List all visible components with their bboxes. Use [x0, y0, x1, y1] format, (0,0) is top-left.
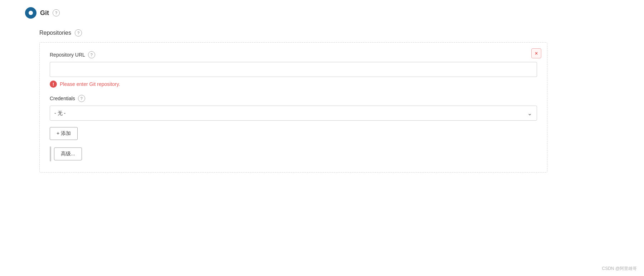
credentials-help-icon[interactable]: ? [78, 95, 85, 102]
credentials-select-wrapper: - 无 - ⌄ [50, 106, 537, 121]
advanced-bar-decoration [50, 146, 51, 161]
repo-url-label: Repository URL [50, 52, 85, 58]
error-message: Please enter Git repository. [60, 81, 120, 87]
close-button[interactable]: × [531, 48, 541, 58]
repositories-title: Repositories [39, 30, 71, 36]
advanced-button[interactable]: 高级... [54, 147, 82, 160]
repositories-section: Repositories ? × Repository URL ? ! Plea… [39, 29, 644, 173]
add-button-row: + 添加 [50, 127, 537, 140]
credentials-section: Credentials ? - 无 - ⌄ [50, 95, 537, 121]
repo-url-help-icon[interactable]: ? [88, 51, 95, 58]
credentials-select[interactable]: - 无 - [50, 106, 537, 121]
error-icon: ! [50, 81, 57, 88]
repo-url-input[interactable] [50, 62, 537, 77]
add-button-label: + 添加 [57, 130, 71, 137]
repo-url-header: Repository URL ? [50, 51, 537, 58]
credentials-header: Credentials ? [50, 95, 537, 102]
advanced-row: 高级... [50, 146, 537, 161]
git-help-icon[interactable]: ? [53, 9, 60, 16]
git-title: Git [40, 9, 49, 17]
repositories-help-icon[interactable]: ? [75, 29, 82, 37]
repositories-header: Repositories ? [39, 29, 644, 37]
repository-card: × Repository URL ? ! Please enter Git re… [39, 42, 547, 173]
git-icon [25, 7, 36, 19]
advanced-button-label: 高级... [61, 151, 75, 156]
credentials-label: Credentials [50, 96, 75, 101]
header-row: Git ? [21, 7, 644, 19]
watermark: CSDN @阿里雄哥 [602, 266, 637, 272]
error-row: ! Please enter Git repository. [50, 81, 537, 88]
add-button[interactable]: + 添加 [50, 127, 78, 140]
